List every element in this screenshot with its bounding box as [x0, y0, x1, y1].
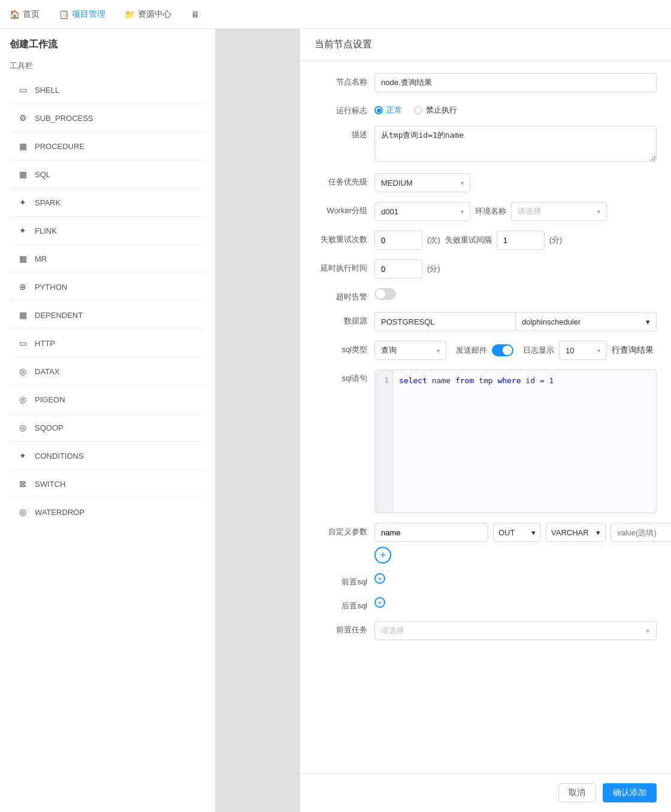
- sidebar-item-python[interactable]: ⊕ PYTHON: [10, 275, 205, 298]
- node-name-label: 节点名称: [315, 73, 374, 87]
- sql-type-label: sql类型: [315, 341, 374, 355]
- python-icon: ⊕: [17, 281, 29, 293]
- sidebar-item-mr[interactable]: ▦ MR: [10, 247, 205, 270]
- sidebar-item-sub-process[interactable]: ⚙ SUB_PROCESS: [10, 107, 205, 129]
- pre-sql-add-row: +: [374, 573, 657, 584]
- sidebar-item-datax[interactable]: ◎ DATAX: [10, 360, 205, 383]
- nav-resource[interactable]: 📁 资源中心: [125, 9, 171, 20]
- sql-type-row: 查询 ▾ 发送邮件 日志显示 10 ▾: [374, 341, 657, 360]
- delay-input[interactable]: [374, 259, 422, 278]
- divider: [10, 216, 205, 217]
- priority-select[interactable]: MEDIUM ▾: [374, 173, 470, 192]
- retry-interval-unit: (分): [549, 235, 563, 246]
- retry-control: (次) 失败重试间隔 (分): [374, 231, 657, 250]
- sidebar-item-sql[interactable]: ▦ SQL: [10, 163, 205, 186]
- delay-control: (分): [374, 259, 657, 278]
- sidebar-item-sqoop[interactable]: ◎ SQOOP: [10, 416, 205, 439]
- nav-project[interactable]: 📋 项目管理: [59, 9, 105, 20]
- param-direction-select[interactable]: OUT ▾: [493, 523, 541, 542]
- env-select[interactable]: 请选择 ▾: [511, 202, 607, 221]
- divider: [10, 301, 205, 301]
- priority-control: MEDIUM ▾: [374, 173, 657, 192]
- post-sql-add-row: +: [374, 597, 657, 608]
- sidebar-item-waterdrop[interactable]: ◎ WATERDROP: [10, 501, 205, 523]
- main-layout: 创建工作流 工具栏 ▭ SHELL ⚙ SUB_PROCESS ▦ PROCED…: [0, 29, 671, 812]
- run-flag-disable[interactable]: 禁止执行: [414, 105, 457, 116]
- param-value-input[interactable]: [610, 523, 671, 542]
- run-flag-label: 运行标志: [315, 102, 374, 116]
- pre-task-select[interactable]: 请选择 ▾: [374, 621, 657, 640]
- sql-stmt-label: sql语句: [315, 369, 374, 384]
- param-name-input[interactable]: [374, 523, 488, 542]
- node-name-row: 节点名称: [315, 73, 657, 92]
- custom-params-control: OUT ▾ VARCHAR ▾ 🗑 +: [374, 523, 671, 563]
- sidebar-item-procedure[interactable]: ▦ PROCEDURE: [10, 135, 205, 157]
- pre-sql-control: +: [374, 573, 657, 584]
- priority-chevron: ▾: [461, 180, 464, 186]
- spark-icon: ✦: [17, 196, 29, 208]
- flink-icon: ✦: [17, 225, 29, 237]
- retry-interval-label: 失败重试间隔: [445, 235, 492, 246]
- node-name-control: [374, 73, 657, 92]
- pre-task-placeholder: 请选择: [381, 625, 404, 636]
- run-flag-disable-label: 禁止执行: [426, 105, 457, 116]
- pre-sql-add-button[interactable]: +: [374, 573, 385, 584]
- worker-chevron: ▾: [461, 208, 464, 215]
- sql-code-content[interactable]: select name from tmp where id = 1: [393, 370, 656, 513]
- param-type-select[interactable]: VARCHAR ▾: [546, 523, 606, 542]
- param-type-value: VARCHAR: [551, 528, 589, 537]
- sidebar-item-switch[interactable]: ⊠ SWITCH: [10, 472, 205, 495]
- datasource-type[interactable]: POSTGRESQL: [374, 312, 516, 331]
- waterdrop-icon: ◎: [17, 506, 29, 518]
- sidebar-item-http[interactable]: ▭ HTTP: [10, 332, 205, 355]
- post-sql-add-button[interactable]: +: [374, 597, 385, 608]
- timeout-toggle[interactable]: [374, 288, 396, 300]
- datasource-selector: POSTGRESQL dolphinscheduler ▾: [374, 312, 657, 331]
- pre-task-row: 前置任务 请选择 ▾: [315, 621, 657, 640]
- worker-select[interactable]: d001 ▾: [374, 202, 470, 221]
- node-name-input[interactable]: [374, 73, 657, 92]
- send-mail-toggle[interactable]: [492, 344, 513, 356]
- sql-icon: ▦: [17, 168, 29, 180]
- http-icon: ▭: [17, 337, 29, 349]
- sql-type-row-form: sql类型 查询 ▾ 发送邮件 日志显示: [315, 341, 657, 360]
- send-mail-label: 发送邮件: [456, 345, 487, 356]
- priority-label: 任务优先级: [315, 173, 374, 187]
- desc-label: 描述: [315, 126, 374, 140]
- run-flag-normal[interactable]: 正常: [374, 105, 402, 116]
- sidebar-item-spark[interactable]: ✦ SPARK: [10, 191, 205, 214]
- sql-type-chevron: ▾: [437, 347, 440, 354]
- divider: [10, 329, 205, 329]
- pigeon-icon: ◎: [17, 393, 29, 405]
- desc-input[interactable]: 从tmp查询id=1的name: [374, 126, 657, 162]
- priority-value: MEDIUM: [381, 178, 413, 187]
- sqoop-icon: ◎: [17, 422, 29, 434]
- divider: [10, 413, 205, 414]
- nav-monitor[interactable]: 🖥: [191, 10, 200, 19]
- sql-type-select[interactable]: 查询 ▾: [374, 341, 446, 360]
- add-param-button[interactable]: +: [374, 547, 391, 563]
- datax-icon: ◎: [17, 365, 29, 377]
- divider: [10, 498, 205, 498]
- retry-count-input[interactable]: [374, 231, 422, 250]
- confirm-button[interactable]: 确认添加: [603, 783, 657, 802]
- retry-count-label: 失败重试次数: [315, 231, 374, 245]
- sidebar-item-shell[interactable]: ▭ SHELL: [10, 78, 205, 101]
- retry-interval-input[interactable]: [497, 231, 545, 250]
- line-numbers: 1: [375, 370, 393, 513]
- datasource-name[interactable]: dolphinscheduler ▾: [516, 312, 657, 331]
- worker-env-row: Worker分组 d001 ▾ 环境名称 请选择 ▾: [315, 202, 657, 221]
- toolbar-label: 工具栏: [10, 60, 205, 71]
- sql-code-editor[interactable]: 1 select name from tmp where id = 1: [374, 369, 657, 513]
- priority-row: 任务优先级 MEDIUM ▾: [315, 173, 657, 192]
- canvas-area[interactable]: 🗄 61149385: [216, 29, 300, 812]
- cancel-button[interactable]: 取消: [558, 783, 596, 802]
- sidebar-item-dependent[interactable]: ▦ DEPENDENT: [10, 304, 205, 326]
- sidebar-item-pigeon[interactable]: ◎ PIGEON: [10, 388, 205, 411]
- sidebar-item-conditions[interactable]: ✦ CONDITIONS: [10, 444, 205, 467]
- nav-home[interactable]: 🏠 首页: [10, 9, 40, 20]
- divider: [10, 441, 205, 442]
- sidebar-item-flink[interactable]: ✦ FLINK: [10, 219, 205, 242]
- log-display-label: 日志显示: [523, 345, 554, 356]
- log-display-select[interactable]: 10 ▾: [559, 341, 607, 360]
